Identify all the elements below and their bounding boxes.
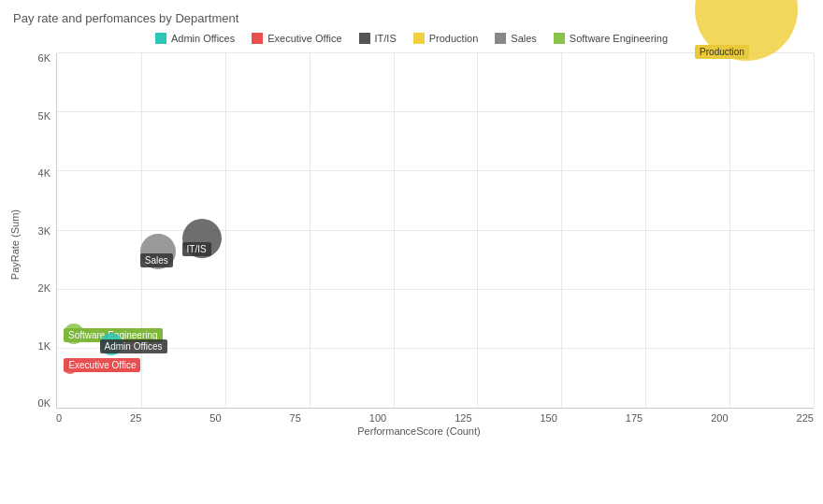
x-tick: 50 [209, 412, 221, 424]
bubble-admin-offices[interactable] [100, 333, 123, 355]
x-tick: 25 [130, 412, 141, 424]
y-tick: 2K [38, 283, 51, 294]
legend-dot [413, 33, 425, 44]
grid-line-horizontal [57, 111, 814, 112]
x-tick: 200 [711, 412, 728, 424]
legend-dot [554, 33, 565, 44]
x-tick: 225 [797, 412, 814, 424]
grid-line-vertical [394, 53, 395, 408]
grid-line-horizontal [57, 348, 814, 349]
x-tick: 150 [541, 412, 557, 424]
legend-label: Software Engineering [570, 33, 668, 44]
grid-line-vertical [814, 53, 815, 408]
bubble-sales[interactable] [140, 234, 176, 269]
legend-label: IT/IS [375, 33, 397, 44]
legend-dot [495, 33, 506, 44]
grid-line-horizontal [57, 289, 814, 290]
x-tick: 125 [455, 412, 471, 424]
y-tick: 1K [38, 341, 51, 352]
y-axis-label: PayRate (Sum) [9, 209, 21, 280]
y-tick: 4K [38, 168, 51, 179]
legend-label: Sales [511, 33, 537, 44]
chart-container: Pay rate and perfomances by Department A… [0, 0, 823, 504]
grid-line-vertical [645, 53, 646, 408]
x-ticks: 0255075100125150175200225 [56, 412, 814, 424]
y-tick: 5K [38, 111, 51, 122]
x-axis-label: PerformanceScore (Count) [24, 425, 814, 437]
y-tick: 0K [38, 398, 51, 409]
bubble-executive-office[interactable] [64, 361, 77, 374]
y-tick: 3K [38, 226, 51, 237]
x-tick: 100 [369, 412, 386, 424]
grid-line-horizontal [57, 170, 814, 171]
grid-line-vertical [561, 53, 562, 408]
bubble-it/is[interactable] [182, 219, 222, 258]
grid-line-horizontal [57, 52, 814, 53]
chart-area: PayRate (Sum) 0K1K2K3K4K5K6K ProductionI… [9, 53, 814, 437]
legend-item-executive-office: Executive Office [252, 33, 341, 44]
legend-item-admin-offices: Admin Offices [155, 33, 235, 44]
legend-label: Admin Offices [171, 33, 235, 44]
grid-line-vertical [141, 53, 142, 408]
legend-dot [155, 33, 166, 44]
chart-title: Pay rate and perfomances by Department [9, 11, 814, 25]
x-tick: 75 [290, 412, 301, 424]
x-tick: 175 [626, 412, 643, 424]
y-tick: 6K [38, 53, 51, 64]
grid-line-vertical [225, 53, 226, 408]
x-tick: 0 [56, 412, 62, 424]
y-ticks: 0K1K2K3K4K5K6K [24, 53, 56, 409]
legend-dot [252, 33, 263, 44]
grid-line-vertical [477, 53, 478, 408]
legend-dot [359, 33, 370, 44]
bubble-software-engineering[interactable] [64, 324, 84, 344]
chart-inner: 0K1K2K3K4K5K6K ProductionIT/ISSalesSoftw… [24, 53, 814, 437]
grid-line-vertical [729, 53, 730, 408]
legend-item-production: Production [413, 33, 479, 44]
grid-line-horizontal [57, 230, 814, 231]
legend-item-sales: Sales [495, 33, 537, 44]
legend-item-it/is: IT/IS [359, 33, 397, 44]
legend-label: Production [429, 33, 479, 44]
grid-line-vertical [310, 53, 310, 408]
chart-legend: Admin OfficesExecutive OfficeIT/ISProduc… [9, 33, 814, 44]
plot-area: ProductionIT/ISSalesSoftware Engineering… [56, 53, 814, 409]
legend-label: Executive Office [267, 33, 341, 44]
legend-item-software-engineering: Software Engineering [554, 33, 668, 44]
